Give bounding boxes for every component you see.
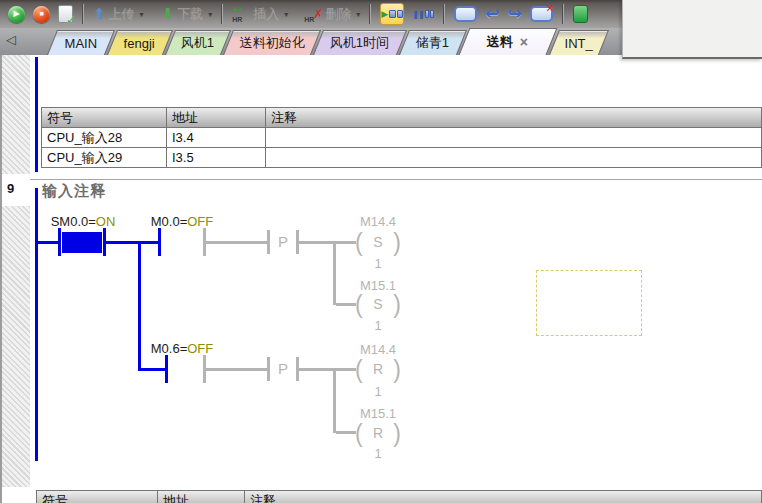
coil-set-m14-4[interactable]: ( S ) [355, 229, 401, 255]
wire [336, 303, 356, 306]
header-comment: 注释 [266, 108, 761, 127]
table-row[interactable]: CPU_输入29 I3.5 [42, 148, 761, 167]
symbol-table-header: 符号 地址 注释 [37, 491, 761, 503]
wire [38, 241, 60, 244]
edge-contact-p-2[interactable]: P [267, 357, 299, 383]
cell-symbol[interactable]: CPU_输入29 [42, 148, 167, 167]
delete-dropdown-icon[interactable]: ▾ [356, 10, 360, 19]
plc-editor-window: ▶ ■ ✓ ⬆ 上传 ▾ ⬇ 下载 ▾ ↩ HR 插入 ▾ [0, 0, 762, 503]
tab-close-icon[interactable]: × [520, 36, 528, 48]
insert-dropdown-icon[interactable]: ▾ [284, 10, 288, 19]
run-icon: ▶ [8, 6, 25, 23]
insert-label: 插入 [253, 5, 279, 23]
delete-label: 删除 [325, 5, 351, 23]
download-dropdown-icon[interactable]: ▾ [208, 10, 212, 19]
redo-button[interactable]: ↪ [503, 1, 525, 27]
pou-button[interactable] [450, 1, 481, 27]
contact-label-m0-6: M0.6=OFF [134, 341, 230, 356]
cell-comment[interactable] [266, 148, 761, 167]
tab-songliao-active[interactable]: 送料× [459, 28, 558, 55]
contact-label-sm0-0: SM0.0=ON [35, 214, 131, 229]
coil-reset-m14-4[interactable]: ( R ) [355, 356, 401, 382]
insert-network-button[interactable]: ↩ HR 插入 ▾ [228, 1, 292, 27]
upload-icon: ⬆ [93, 7, 106, 21]
coil-count: 1 [340, 256, 416, 271]
tab-scroll-left-icon[interactable]: ◁ [6, 32, 16, 47]
cell-address[interactable]: I3.5 [167, 148, 266, 167]
run-button[interactable]: ▶ [4, 1, 29, 27]
wire [106, 241, 158, 244]
tab-int[interactable]: INT_ [549, 30, 609, 55]
toolbar-separator [562, 4, 564, 24]
compile-button[interactable]: ✓ [54, 1, 77, 27]
header-comment: 注释 [245, 491, 761, 503]
download-button[interactable]: ⬇ 下载 ▾ [158, 1, 217, 27]
power-rail-upper [35, 57, 38, 172]
wire [336, 368, 356, 371]
coil-address: M14.4 [340, 214, 416, 229]
coil-reset-m15-1[interactable]: ( R ) [355, 420, 401, 446]
contact-m0-6[interactable] [165, 355, 206, 385]
header-symbol: 符号 [42, 108, 167, 127]
tab-songliao-chushihua[interactable]: 送料初始化 [223, 30, 321, 55]
symbol-table-header: 符号 地址 注释 [42, 108, 761, 128]
contact-m0-0[interactable] [158, 228, 206, 258]
coil-set-m15-1[interactable]: ( S ) [355, 291, 401, 317]
tab-main[interactable]: MAIN [47, 30, 115, 55]
undo-icon: ↩ [485, 6, 499, 22]
tab-chuqing1[interactable]: 储青1 [399, 30, 467, 55]
download-label: 下载 [177, 5, 203, 23]
delete-network-button[interactable]: ✗ HR 删除 ▾ [300, 1, 364, 27]
cell-comment[interactable] [266, 128, 761, 147]
coil-branch-wire [333, 241, 336, 305]
power-flow-fill [62, 232, 102, 253]
network-number-cell: 9 [2, 174, 30, 206]
toolbar-separator [221, 4, 223, 24]
margin-gap [2, 487, 30, 503]
tab-fengji[interactable]: fengji [107, 30, 173, 55]
wire [206, 241, 267, 244]
symbol-table-top: 符号 地址 注释 CPU_输入28 I3.4 CPU_输入29 I3.5 [41, 107, 762, 168]
contact-label-m0-0: M0.0=OFF [134, 214, 230, 229]
upload-button[interactable]: ⬆ 上传 ▾ [89, 1, 148, 27]
cell-symbol[interactable]: CPU_输入28 [42, 128, 167, 147]
compile-icon: ✓ [58, 5, 73, 23]
wire [138, 368, 168, 371]
program-status-pause-button[interactable]: ❚❚ [408, 1, 438, 27]
insert-network-icon: ↩ HR [232, 6, 250, 23]
coil-address: M15.1 [340, 406, 416, 421]
delete-network-icon: ✗ HR [304, 6, 322, 23]
undo-button[interactable]: ↩ [481, 1, 503, 27]
program-status-on-button[interactable]: ▶ [376, 1, 408, 27]
header-address: 地址 [167, 108, 266, 127]
redo-icon: ↪ [507, 6, 521, 22]
pou-icon [454, 6, 477, 22]
program-status-on-icon: ▶ [380, 3, 404, 25]
edge-contact-p-1[interactable]: P [267, 230, 299, 256]
header-address: 地址 [158, 491, 245, 503]
cell-address[interactable]: I3.4 [167, 128, 266, 147]
symbol-table-bottom: 符号 地址 注释 [36, 490, 762, 503]
selection-box [536, 270, 642, 336]
network-margin [2, 55, 30, 503]
wire [299, 241, 335, 244]
contact-sm0-0[interactable] [58, 228, 106, 258]
wire [299, 368, 335, 371]
upload-dropdown-icon[interactable]: ▾ [140, 10, 144, 19]
upload-label: 上传 [109, 5, 135, 23]
program-status-pause-icon: ❚❚ [412, 4, 434, 24]
network-comment[interactable]: 输入注释 [42, 182, 106, 201]
coil-branch-wire [333, 368, 336, 433]
coil-count: 1 [340, 384, 416, 399]
stop-icon: ■ [33, 6, 50, 23]
network-number: 9 [7, 181, 14, 196]
tab-fengji1-shijian[interactable]: 风机1时间 [313, 30, 407, 55]
stop-button[interactable]: ■ [29, 1, 54, 27]
table-row[interactable]: CPU_输入28 I3.4 [42, 128, 761, 148]
pou-delete-button[interactable]: ✕ [526, 1, 557, 27]
tab-fengji1[interactable]: 风机1 [165, 30, 231, 55]
wire [336, 241, 356, 244]
header-symbol: 符号 [37, 491, 158, 503]
download-icon: ⬇ [162, 7, 175, 21]
partially-hidden-button[interactable] [569, 1, 592, 27]
